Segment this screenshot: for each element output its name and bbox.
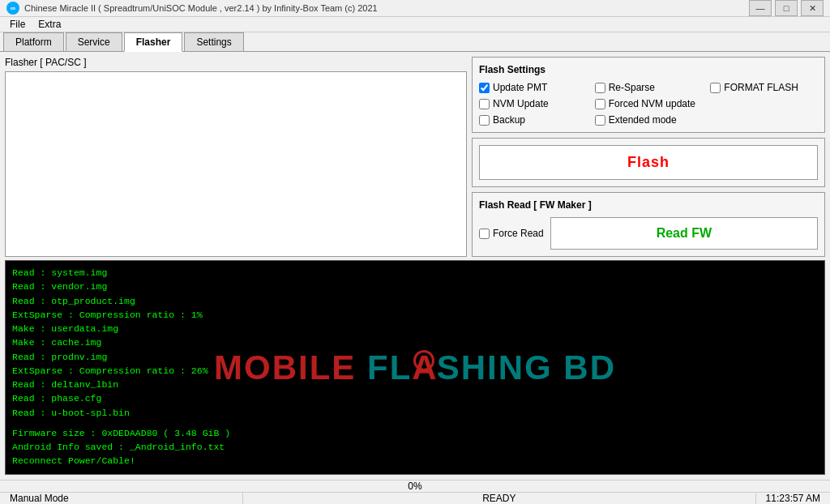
read-fw-button[interactable]: Read FW [550,217,818,250]
checkbox-extended-mode-label: Extended mode [609,114,677,126]
checkbox-re-sparse-label: Re-Sparse [609,82,655,93]
title-left: ∞ Chinese Miracle II ( Spreadtrum/UniSOC… [6,2,378,15]
tab-bar: Platform Service Flasher Settings [0,32,830,52]
checkbox-backup-input[interactable] [479,115,490,126]
flash-button[interactable]: Flash [479,145,818,180]
console-area: MOBILE FL A SHING BD Read : system.imgRe… [5,260,825,475]
progress-value: 0% [408,481,421,492]
flasher-label: Flasher [ PAC/SC ] [5,57,467,68]
status-ready: READY [243,493,756,504]
menu-extra[interactable]: Extra [32,17,67,32]
checkbox-extended-mode: Extended mode [595,114,703,126]
menu-bar: File Extra [0,17,830,32]
menu-file[interactable]: File [3,17,32,32]
console-lines: Read : system.imgRead : vendor.imgRead :… [12,266,818,475]
settings-grid: Update PMT Re-Sparse FORMAT FLASH NVM Up… [479,82,818,126]
flash-settings-group: Flash Settings Update PMT Re-Sparse FORM… [472,57,825,133]
minimize-button[interactable]: — [749,0,772,16]
status-time: 11:23:57 AM [756,493,830,504]
checkbox-nvm-update: NVM Update [479,98,587,109]
checkbox-force-read-input[interactable] [479,229,490,239]
flash-read-title: Flash Read [ FW Maker ] [479,199,818,211]
checkbox-empty [710,98,818,109]
flasher-box [5,71,467,257]
checkbox-force-read: Force Read [479,228,544,239]
tab-platform[interactable]: Platform [3,32,64,51]
checkbox-extended-mode-input[interactable] [595,115,605,126]
checkbox-backup-label: Backup [493,114,525,126]
checkbox-re-sparse: Re-Sparse [595,82,703,93]
flash-settings-title: Flash Settings [479,64,818,75]
status-bar: Manual Mode READY 11:23:57 AM [0,492,830,504]
flash-button-area: Flash [472,138,825,187]
checkbox-nvm-update-label: NVM Update [493,98,549,109]
checkbox-forced-nvm-update: Forced NVM update [595,98,703,109]
checkbox-forced-nvm-update-input[interactable] [595,99,605,109]
checkbox-forced-nvm-update-label: Forced NVM update [609,98,695,109]
checkbox-update-pmt-input[interactable] [479,83,490,93]
checkbox-format-flash-label: FORMAT FLASH [724,82,798,93]
tab-flasher[interactable]: Flasher [124,32,183,52]
maximize-button[interactable]: □ [775,0,798,16]
app-title: Chinese Miracle II ( Spreadtrum/UniSOC M… [24,3,378,13]
progress-bar-area: 0% [0,480,830,492]
status-mode: Manual Mode [0,493,243,504]
flash-read-group: Flash Read [ FW Maker ] Force Read Read … [472,192,825,257]
checkbox-backup: Backup [479,114,587,126]
right-panel: Flash Settings Update PMT Re-Sparse FORM… [472,57,825,257]
checkbox-update-pmt-label: Update PMT [493,82,547,93]
tab-service[interactable]: Service [66,32,122,51]
left-panel: Flasher [ PAC/SC ] [5,57,467,257]
app-icon: ∞ [6,2,19,15]
checkbox-format-flash: FORMAT FLASH [710,82,818,93]
main-content: Flasher [ PAC/SC ] Flash Settings Update… [0,52,830,480]
close-button[interactable]: ✕ [801,0,824,16]
title-bar: ∞ Chinese Miracle II ( Spreadtrum/UniSOC… [0,0,830,17]
checkbox-update-pmt: Update PMT [479,82,587,93]
tab-settings[interactable]: Settings [184,32,243,51]
checkbox-force-read-label: Force Read [493,228,544,239]
checkbox-nvm-update-input[interactable] [479,99,490,109]
checkbox-format-flash-input[interactable] [710,83,721,93]
flash-read-row: Force Read Read FW [479,217,818,250]
title-buttons: — □ ✕ [749,0,824,16]
checkbox-re-sparse-input[interactable] [595,83,605,93]
top-section: Flasher [ PAC/SC ] Flash Settings Update… [5,57,825,257]
